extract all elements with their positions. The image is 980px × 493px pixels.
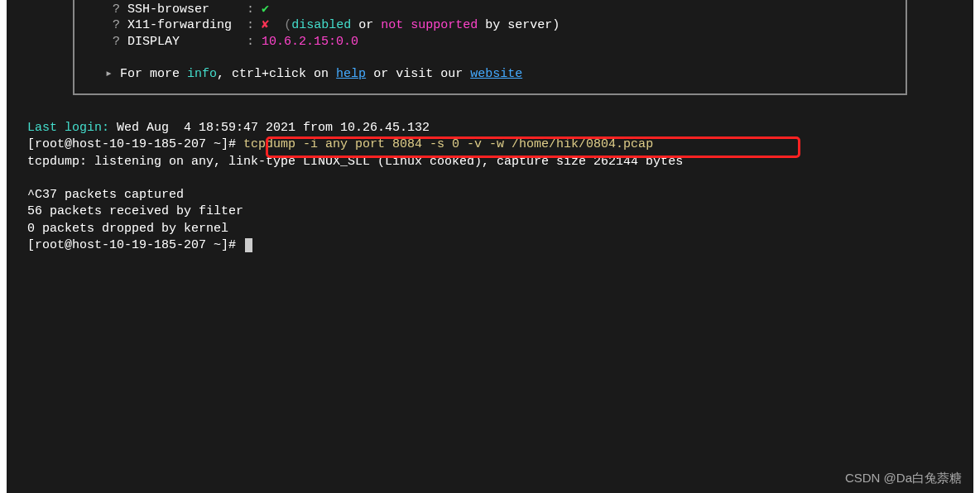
command-line-2: [root@host-10-19-185-207 ~]#	[27, 237, 953, 254]
ssh-banner: ? SSH compression : ✔ ? SSH-browser : ✔ …	[73, 0, 907, 95]
x-icon: ✘	[262, 18, 269, 32]
packets-dropped: 0 packets dropped by kernel	[27, 221, 953, 237]
terminal-output[interactable]: Last login: Wed Aug 4 18:59:47 2021 from…	[7, 120, 973, 254]
packets-captured: ^C37 packets captured	[27, 187, 953, 203]
command-line-1: [root@host-10-19-185-207 ~]# tcpdump -i …	[27, 136, 953, 153]
packets-received: 56 packets received by filter	[27, 203, 953, 220]
check-icon: ✔	[262, 2, 269, 17]
cursor-icon	[245, 238, 252, 252]
banner-row-display: ? DISPLAY : 10.6.2.15:0.0	[83, 34, 897, 50]
banner-footer: ▸ For more info, ctrl+click on help or v…	[83, 66, 897, 83]
banner-row-x11: ? X11-forwarding : ✘ (disabled or not su…	[83, 17, 897, 34]
help-link[interactable]: help	[336, 67, 366, 81]
blank-line	[27, 170, 953, 187]
tcpdump-listening: tcpdump: listening on any, link-type LIN…	[27, 154, 953, 170]
last-login-line: Last login: Wed Aug 4 18:59:47 2021 from…	[27, 120, 953, 136]
tcpdump-command: tcpdump -i any port 8084 -s 0 -v -w /hom…	[243, 137, 653, 151]
banner-blank	[83, 50, 897, 66]
banner-row-ssh-browser: ? SSH-browser : ✔	[83, 2, 897, 18]
watermark: CSDN @Da白兔萘糖	[845, 471, 962, 486]
terminal-window: ? SSH compression : ✔ ? SSH-browser : ✔ …	[7, 0, 973, 493]
website-link[interactable]: website	[470, 67, 522, 81]
